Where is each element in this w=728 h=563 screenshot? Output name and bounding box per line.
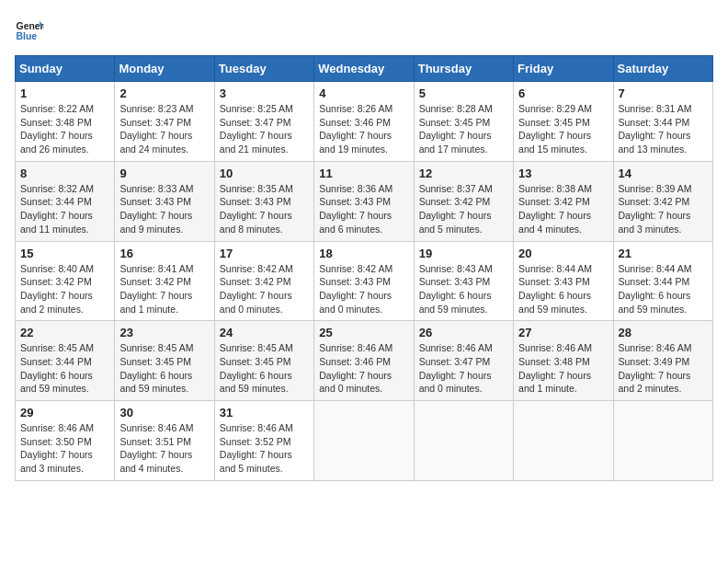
day-number: 17 [220,247,309,260]
day-number: 21 [619,247,708,260]
calendar-week-row: 1Sunrise: 8:22 AM Sunset: 3:48 PM Daylig… [16,82,713,162]
calendar-day-cell: 26Sunrise: 8:46 AM Sunset: 3:47 PM Dayli… [414,321,513,401]
calendar-day-cell [414,401,513,481]
calendar-day-cell: 20Sunrise: 8:44 AM Sunset: 3:43 PM Dayli… [514,241,613,321]
day-info: Sunrise: 8:32 AM Sunset: 3:44 PM Dayligh… [20,182,109,236]
calendar-day-cell [613,401,712,481]
day-info: Sunrise: 8:36 AM Sunset: 3:43 PM Dayligh… [319,182,408,236]
calendar-day-cell: 5Sunrise: 8:28 AM Sunset: 3:45 PM Daylig… [414,82,513,162]
day-number: 19 [419,247,508,260]
calendar-header-tuesday: Tuesday [214,56,313,82]
day-number: 5 [419,86,508,100]
day-number: 10 [220,167,309,180]
day-info: Sunrise: 8:25 AM Sunset: 3:47 PM Dayligh… [220,102,309,156]
calendar-day-cell: 2Sunrise: 8:23 AM Sunset: 3:47 PM Daylig… [115,82,214,162]
calendar-table: SundayMondayTuesdayWednesdayThursdayFrid… [15,55,713,481]
calendar-day-cell: 3Sunrise: 8:25 AM Sunset: 3:47 PM Daylig… [214,82,313,162]
day-info: Sunrise: 8:28 AM Sunset: 3:45 PM Dayligh… [419,102,508,156]
calendar-day-cell: 6Sunrise: 8:29 AM Sunset: 3:45 PM Daylig… [514,82,613,162]
calendar-header-row: SundayMondayTuesdayWednesdayThursdayFrid… [16,56,713,82]
day-info: Sunrise: 8:26 AM Sunset: 3:46 PM Dayligh… [319,102,408,156]
day-number: 27 [518,326,608,339]
day-info: Sunrise: 8:46 AM Sunset: 3:48 PM Dayligh… [518,341,608,396]
calendar-day-cell: 16Sunrise: 8:41 AM Sunset: 3:42 PM Dayli… [115,241,214,321]
day-info: Sunrise: 8:44 AM Sunset: 3:43 PM Dayligh… [518,262,608,316]
day-info: Sunrise: 8:39 AM Sunset: 3:42 PM Dayligh… [619,182,708,236]
calendar-day-cell: 1Sunrise: 8:22 AM Sunset: 3:48 PM Daylig… [16,82,115,162]
calendar-day-cell: 4Sunrise: 8:26 AM Sunset: 3:46 PM Daylig… [314,82,414,162]
day-number: 2 [119,86,209,100]
day-info: Sunrise: 8:42 AM Sunset: 3:42 PM Dayligh… [220,262,309,316]
calendar-day-cell: 31Sunrise: 8:46 AM Sunset: 3:52 PM Dayli… [214,401,313,481]
day-number: 8 [20,167,109,180]
calendar-day-cell: 9Sunrise: 8:33 AM Sunset: 3:43 PM Daylig… [115,161,214,241]
day-number: 16 [119,247,209,260]
calendar-day-cell: 25Sunrise: 8:46 AM Sunset: 3:46 PM Dayli… [314,321,414,401]
day-info: Sunrise: 8:46 AM Sunset: 3:49 PM Dayligh… [619,341,708,396]
day-number: 6 [518,86,608,100]
day-info: Sunrise: 8:37 AM Sunset: 3:42 PM Dayligh… [419,182,508,236]
day-number: 31 [220,406,309,419]
calendar-day-cell [314,401,414,481]
day-number: 28 [619,326,708,339]
calendar-day-cell: 19Sunrise: 8:43 AM Sunset: 3:43 PM Dayli… [414,241,513,321]
calendar-day-cell: 23Sunrise: 8:45 AM Sunset: 3:45 PM Dayli… [115,321,214,401]
day-number: 1 [20,86,109,100]
calendar-day-cell: 10Sunrise: 8:35 AM Sunset: 3:43 PM Dayli… [214,161,313,241]
day-number: 13 [518,167,608,180]
calendar-day-cell: 7Sunrise: 8:31 AM Sunset: 3:44 PM Daylig… [613,82,712,162]
calendar-day-cell: 29Sunrise: 8:46 AM Sunset: 3:50 PM Dayli… [16,401,115,481]
day-number: 14 [619,167,708,180]
day-number: 24 [220,326,309,339]
day-info: Sunrise: 8:43 AM Sunset: 3:43 PM Dayligh… [419,262,508,316]
day-number: 11 [319,167,408,180]
day-info: Sunrise: 8:40 AM Sunset: 3:42 PM Dayligh… [20,262,109,316]
calendar-header-wednesday: Wednesday [314,56,414,82]
day-number: 25 [319,326,408,339]
day-number: 23 [119,326,209,339]
page-header: General Blue [15,15,713,44]
day-number: 26 [419,326,508,339]
day-info: Sunrise: 8:44 AM Sunset: 3:44 PM Dayligh… [619,262,708,316]
logo: General Blue [15,15,44,44]
calendar-day-cell: 14Sunrise: 8:39 AM Sunset: 3:42 PM Dayli… [613,161,712,241]
day-info: Sunrise: 8:29 AM Sunset: 3:45 PM Dayligh… [518,102,608,156]
calendar-week-row: 15Sunrise: 8:40 AM Sunset: 3:42 PM Dayli… [16,241,713,321]
calendar-header-monday: Monday [115,56,214,82]
day-info: Sunrise: 8:46 AM Sunset: 3:46 PM Dayligh… [319,341,408,396]
calendar-day-cell: 15Sunrise: 8:40 AM Sunset: 3:42 PM Dayli… [16,241,115,321]
logo-icon: General Blue [15,15,44,44]
day-info: Sunrise: 8:41 AM Sunset: 3:42 PM Dayligh… [119,262,209,316]
calendar-week-row: 29Sunrise: 8:46 AM Sunset: 3:50 PM Dayli… [16,401,713,481]
calendar-day-cell: 27Sunrise: 8:46 AM Sunset: 3:48 PM Dayli… [514,321,613,401]
calendar-day-cell: 30Sunrise: 8:46 AM Sunset: 3:51 PM Dayli… [115,401,214,481]
day-info: Sunrise: 8:45 AM Sunset: 3:44 PM Dayligh… [20,341,109,396]
calendar-day-cell: 17Sunrise: 8:42 AM Sunset: 3:42 PM Dayli… [214,241,313,321]
calendar-header-friday: Friday [514,56,613,82]
day-number: 3 [220,86,309,100]
day-number: 29 [20,406,109,419]
calendar-header-sunday: Sunday [16,56,115,82]
day-info: Sunrise: 8:42 AM Sunset: 3:43 PM Dayligh… [319,262,408,316]
day-number: 12 [419,167,508,180]
day-number: 20 [518,247,608,260]
day-number: 7 [619,86,708,100]
day-info: Sunrise: 8:46 AM Sunset: 3:50 PM Dayligh… [20,421,109,476]
day-info: Sunrise: 8:46 AM Sunset: 3:47 PM Dayligh… [419,341,508,396]
calendar-header-thursday: Thursday [414,56,513,82]
day-info: Sunrise: 8:35 AM Sunset: 3:43 PM Dayligh… [220,182,309,236]
calendar-day-cell: 13Sunrise: 8:38 AM Sunset: 3:42 PM Dayli… [514,161,613,241]
day-number: 22 [20,326,109,339]
day-info: Sunrise: 8:33 AM Sunset: 3:43 PM Dayligh… [119,182,209,236]
svg-text:Blue: Blue [17,31,38,41]
day-number: 4 [319,86,408,100]
calendar-day-cell: 28Sunrise: 8:46 AM Sunset: 3:49 PM Dayli… [613,321,712,401]
calendar-body: 1Sunrise: 8:22 AM Sunset: 3:48 PM Daylig… [16,82,713,481]
calendar-day-cell: 18Sunrise: 8:42 AM Sunset: 3:43 PM Dayli… [314,241,414,321]
calendar-day-cell: 21Sunrise: 8:44 AM Sunset: 3:44 PM Dayli… [613,241,712,321]
day-number: 30 [119,406,209,419]
day-info: Sunrise: 8:45 AM Sunset: 3:45 PM Dayligh… [220,341,309,396]
day-info: Sunrise: 8:23 AM Sunset: 3:47 PM Dayligh… [119,102,209,156]
day-info: Sunrise: 8:45 AM Sunset: 3:45 PM Dayligh… [119,341,209,396]
calendar-day-cell: 24Sunrise: 8:45 AM Sunset: 3:45 PM Dayli… [214,321,313,401]
